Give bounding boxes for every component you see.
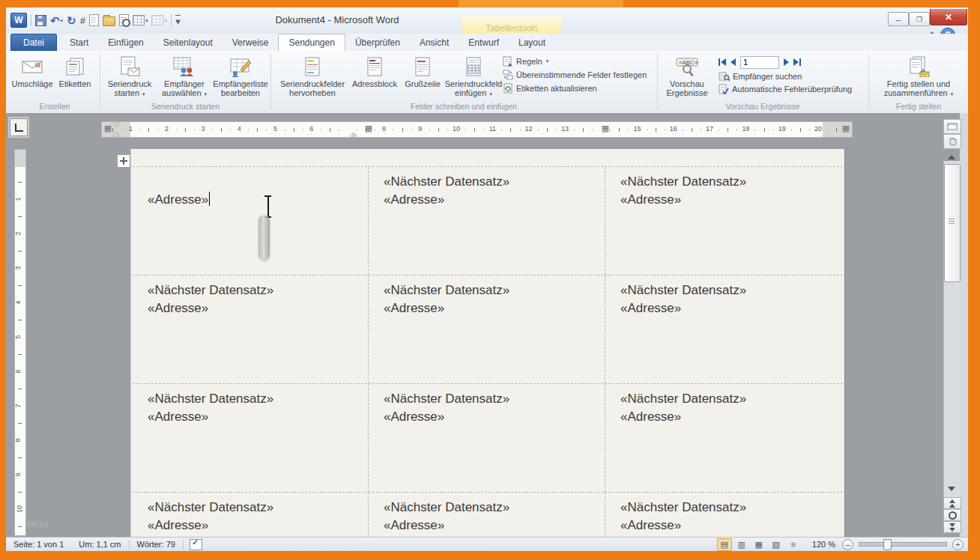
label-cell[interactable]: «Nächster Datensatz»«Adresse» — [369, 167, 605, 275]
empfaengerliste-bearbeiten-button[interactable]: Empfängerliste bearbeiten — [212, 54, 269, 103]
next-record-button[interactable] — [784, 58, 789, 66]
merge-field-line[interactable]: «Nächster Datensatz» — [620, 281, 840, 299]
hanging-indent-marker[interactable] — [113, 129, 119, 136]
seriendruckfeld-einfuegen-button[interactable]: Seriendruckfeld einfügen ▾ — [446, 54, 501, 103]
merge-field-line[interactable]: «Nächster Datensatz» — [148, 499, 365, 517]
empfaenger-auswaehlen-button[interactable]: Empfänger auswählen ▾ — [157, 54, 212, 103]
seriendruckfelder-hervorheben-button[interactable]: Seriendruckfelder hervorheben — [275, 54, 350, 103]
merge-field-line[interactable]: «Adresse» — [384, 299, 602, 317]
tab-datei[interactable]: Datei — [10, 34, 57, 51]
merge-field-line[interactable]: «Nächster Datensatz» — [384, 499, 602, 517]
horizontal-ruler[interactable]: ▦ ▦ ▦ ▦ 1234568910111213151617181920 — [101, 121, 853, 138]
tab-verweise[interactable]: Verweise — [223, 34, 279, 51]
merge-field-line[interactable]: «Nächster Datensatz» — [384, 281, 602, 299]
tab-überprüfen[interactable]: Überprüfen — [345, 34, 410, 51]
umschlaege-button[interactable]: Umschläge — [10, 54, 54, 103]
tab-layout[interactable]: Layout — [509, 34, 555, 51]
merge-field-line[interactable]: «Nächster Datensatz» — [384, 173, 602, 191]
save-icon[interactable] — [35, 13, 46, 27]
uebereinstimmende-felder-button[interactable]: Übereinstimmende Felder festlegen — [503, 70, 647, 80]
merge-field-line[interactable]: «Nächster Datensatz» — [384, 390, 602, 408]
print-layout-view-button[interactable]: ▤ — [717, 538, 732, 551]
scrollbar-thumb[interactable] — [944, 164, 961, 282]
previous-page-icon[interactable] — [943, 497, 961, 509]
merge-field-line[interactable]: «Adresse» — [148, 191, 365, 209]
select-browse-object-icon[interactable] — [943, 509, 961, 521]
merge-field-line[interactable]: «Nächster Datensatz» — [620, 390, 840, 408]
merge-field-line[interactable]: «Adresse» — [384, 408, 602, 426]
label-cell[interactable]: «Nächster Datensatz»«Adresse» — [369, 493, 605, 537]
zoom-in-icon[interactable]: + — [952, 539, 964, 550]
new-document-icon[interactable] — [89, 13, 99, 27]
etiketten-button[interactable]: Etiketten — [54, 54, 96, 103]
merge-field-line[interactable]: «Nächster Datensatz» — [148, 281, 365, 299]
customize-qat-icon[interactable]: ▾ — [175, 13, 181, 27]
merge-field-line[interactable]: «Adresse» — [620, 299, 840, 317]
draw-table-icon[interactable]: # — [80, 13, 85, 27]
label-cell[interactable]: «Nächster Datensatz»«Adresse» — [133, 493, 369, 537]
record-number-input[interactable] — [740, 56, 779, 69]
fehlerueberpruefung-button[interactable]: Automatische Fehlerüberprüfung — [719, 84, 852, 94]
grusszeile-button[interactable]: Grußzeile — [399, 54, 446, 103]
vertical-ruler[interactable]: 12345678910 — [14, 149, 26, 536]
fertig-stellen-button[interactable]: Fertig stellen und zusammenführen ▾ — [872, 54, 965, 103]
hand-tool-icon[interactable] — [943, 134, 961, 149]
merge-field-line[interactable]: «Nächster Datensatz» — [620, 173, 840, 191]
seriendruck-starten-button[interactable]: Seriendruck starten ▾ — [103, 54, 157, 103]
label-cell[interactable]: «Nächster Datensatz»«Adresse» — [133, 384, 369, 492]
close-button[interactable]: ✕ — [930, 9, 967, 25]
redo-icon[interactable]: ↻ — [67, 13, 76, 27]
table-secondary-icon[interactable]: ▾ — [151, 13, 167, 27]
merge-field-line[interactable]: «Adresse» — [148, 517, 365, 535]
label-cell[interactable]: «Nächster Datensatz»«Adresse» — [133, 276, 369, 383]
word-count[interactable]: Wörter: 79 — [130, 540, 183, 549]
tab-start[interactable]: Start — [60, 34, 98, 51]
merge-field-line[interactable]: «Adresse» — [620, 517, 840, 535]
tab-sendungen[interactable]: Sendungen — [278, 34, 345, 52]
etiketten-aktualisieren-button[interactable]: Etiketten aktualisieren — [503, 83, 647, 94]
undo-icon[interactable]: ↶▾ — [50, 13, 63, 27]
label-cell[interactable]: «Nächster Datensatz»«Adresse» — [605, 384, 843, 492]
draft-view-button[interactable]: ≡ — [786, 538, 801, 551]
tab-ansicht[interactable]: Ansicht — [410, 34, 459, 51]
label-cell[interactable]: «Nächster Datensatz»«Adresse» — [605, 276, 843, 383]
page-indicator[interactable]: Seite: 1 von 1 — [6, 540, 71, 549]
tab-seitenlayout[interactable]: Seitenlayout — [154, 34, 223, 51]
merge-field-line[interactable]: «Adresse» — [384, 517, 602, 535]
word-logo-icon[interactable]: W — [10, 13, 27, 27]
table-column-marker[interactable]: ▦ — [104, 124, 112, 133]
zoom-slider[interactable] — [859, 542, 947, 547]
zoom-out-icon[interactable]: – — [842, 539, 853, 550]
minimize-button[interactable]: – — [888, 12, 909, 26]
vorschau-ergebnisse-button[interactable]: «ABC» Vorschau Ergebnisse — [663, 54, 711, 103]
label-cell[interactable]: «Adresse» — [133, 167, 369, 275]
fullscreen-reading-view-button[interactable]: ▥ — [734, 538, 749, 551]
maximize-button[interactable]: ❐ — [909, 12, 930, 26]
first-record-button[interactable] — [719, 58, 726, 66]
ruler-toggle-icon[interactable] — [943, 119, 961, 134]
label-cell[interactable]: «Nächster Datensatz»«Adresse» — [605, 493, 843, 537]
merge-field-line[interactable]: «Nächster Datensatz» — [148, 390, 365, 408]
right-indent-marker[interactable] — [351, 130, 357, 137]
table-column-marker[interactable]: ▦ — [602, 124, 609, 133]
tab-entwurf[interactable]: Entwurf — [459, 34, 509, 51]
next-page-icon[interactable] — [943, 521, 961, 533]
zoom-slider-thumb[interactable] — [883, 539, 892, 550]
merge-field-line[interactable]: «Adresse» — [148, 408, 365, 426]
empfaenger-suchen-button[interactable]: Empfänger suchen — [719, 71, 852, 82]
adressblock-button[interactable]: Adressblock — [350, 54, 399, 103]
web-layout-view-button[interactable]: ▦ — [751, 538, 766, 551]
merge-field-line[interactable]: «Nächster Datensatz» — [620, 499, 840, 517]
table-column-marker[interactable]: ▦ — [842, 124, 850, 133]
merge-field-line[interactable]: «Adresse» — [620, 191, 840, 209]
tab-stop-selector[interactable] — [10, 118, 28, 136]
regeln-button[interactable]: Regeln ▾ — [503, 56, 647, 67]
last-record-button[interactable] — [793, 58, 801, 66]
scroll-up-icon[interactable] — [943, 150, 960, 162]
vertical-position-indicator[interactable]: Um: 1,1 cm — [71, 540, 128, 549]
label-cell[interactable]: «Nächster Datensatz»«Adresse» — [605, 167, 843, 275]
tab-einfügen[interactable]: Einfügen — [98, 34, 153, 51]
insert-quick-table-icon[interactable]: ▾ — [133, 13, 148, 27]
merge-field-line[interactable] — [148, 173, 365, 191]
outline-view-button[interactable]: ▧ — [769, 538, 784, 551]
